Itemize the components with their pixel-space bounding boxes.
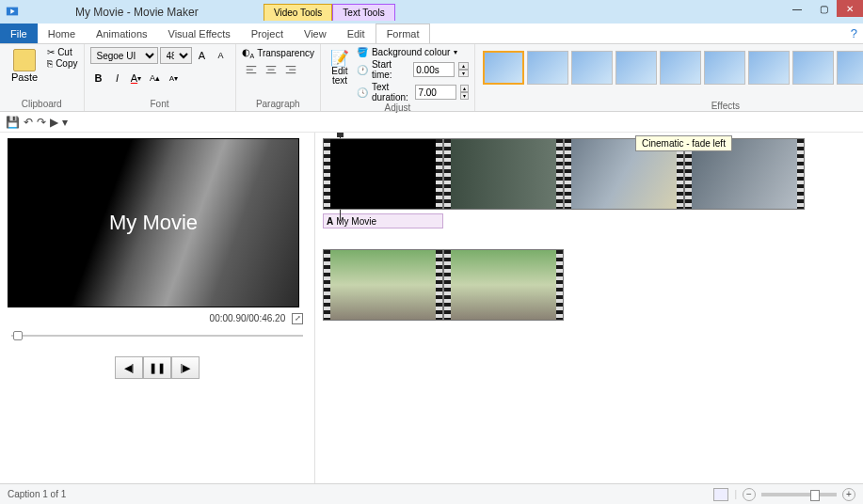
effects-group: ▴▾▿ A Outline size▾ A Outline colour▾ Ef… [475, 44, 863, 111]
effects-gallery: ▴▾▿ [481, 47, 863, 88]
home-tab[interactable]: Home [38, 24, 86, 43]
edit-tab[interactable]: Edit [337, 24, 376, 43]
previous-frame-button[interactable]: ◀| [115, 356, 143, 379]
start-time-spinner[interactable]: ▴▾ [458, 62, 469, 77]
timeline-row-2 [323, 249, 855, 321]
edit-text-icon: 📝 [330, 49, 349, 67]
cut-label: Cut [57, 47, 72, 57]
shrink-font-button[interactable]: A [213, 47, 230, 64]
status-caption: Caption 1 of 1 [8, 489, 66, 499]
project-tab[interactable]: Project [241, 24, 294, 43]
timeline-clip[interactable] [443, 138, 564, 210]
save-icon[interactable]: 💾 [6, 116, 20, 129]
effect-item-5[interactable] [660, 51, 701, 85]
decrease-font-button[interactable]: A▾ [166, 70, 183, 87]
timecode-display: 00:00.90/00:46.20 ⤢ [11, 313, 303, 324]
effect-tooltip: Cinematic - fade left [635, 135, 732, 151]
font-family-select[interactable]: Segoe UI [90, 47, 158, 64]
help-icon[interactable]: ? [851, 26, 857, 40]
font-size-select[interactable]: 48 [160, 47, 192, 64]
start-time-input[interactable] [413, 62, 455, 77]
play-pause-button[interactable]: ❚❚ [143, 356, 171, 379]
zoom-slider[interactable] [761, 493, 837, 496]
ribbon-tabs: File Home Animations Visual Effects Proj… [0, 24, 863, 44]
preview-pane: My Movie 00:00.90/00:46.20 ⤢ ◀| ❚❚ |▶ [0, 133, 315, 484]
edit-text-label: Edit text [331, 67, 347, 86]
minimize-button[interactable]: — [784, 0, 810, 17]
clock-icon: 🕐 [357, 65, 368, 75]
bold-button[interactable]: B [90, 70, 107, 87]
timeline-clip[interactable] [323, 249, 443, 321]
effect-item-7[interactable] [748, 51, 790, 85]
app-icon [6, 5, 19, 20]
chevron-down-icon: ▾ [454, 48, 457, 56]
timeline-row-1: Cinematic - fade left [323, 138, 855, 210]
animations-tab[interactable]: Animations [86, 24, 157, 43]
zoom-out-button[interactable]: − [743, 488, 756, 501]
timeline-clip[interactable] [443, 249, 564, 321]
effect-item-1[interactable] [483, 51, 524, 85]
thumbnail-view-icon[interactable] [713, 488, 728, 501]
qat-customize-icon[interactable]: ▾ [62, 116, 68, 129]
effect-item-8[interactable] [792, 51, 834, 85]
status-bar: Caption 1 of 1 | − + [0, 483, 863, 504]
align-center-button[interactable] [262, 61, 280, 80]
zoom-in-button[interactable]: + [842, 488, 855, 501]
align-right-button[interactable] [281, 61, 300, 80]
preview-title-text: My Movie [109, 211, 198, 235]
file-tab[interactable]: File [0, 24, 38, 43]
background-colour-button[interactable]: 🪣 Background colour ▾ [357, 47, 469, 57]
grow-font-button[interactable]: A [194, 47, 211, 64]
bg-colour-label: Background colour [372, 47, 450, 57]
paste-button[interactable]: Paste [6, 47, 43, 85]
format-tab[interactable]: Format [376, 24, 431, 43]
caption-track-item[interactable]: A My Movie [323, 213, 443, 228]
transport-controls: ◀| ❚❚ |▶ [8, 356, 307, 379]
visual-effects-tab[interactable]: Visual Effects [158, 24, 241, 43]
adjust-group-label: Adjust [327, 102, 469, 113]
scrubber-thumb[interactable] [13, 331, 23, 340]
preview-icon[interactable]: ▶ [50, 116, 58, 129]
effect-item-4[interactable] [615, 51, 657, 85]
title-bar: My Movie - Movie Maker Video Tools Text … [0, 0, 863, 24]
align-left-button[interactable] [242, 61, 261, 80]
next-frame-button[interactable]: |▶ [171, 356, 200, 379]
workspace: My Movie 00:00.90/00:46.20 ⤢ ◀| ❚❚ |▶ Ci… [0, 133, 863, 484]
font-color-button[interactable]: A▾ [128, 70, 145, 87]
font-group: Segoe UI 48 A A B I A▾ A▴ A▾ Font [85, 44, 236, 111]
paragraph-group: ◐A Transparency Paragraph [236, 44, 321, 111]
effect-item-9[interactable] [837, 51, 863, 85]
effect-item-6[interactable] [704, 51, 745, 85]
increase-font-button[interactable]: A▴ [147, 70, 164, 87]
close-button[interactable]: ✕ [837, 0, 863, 17]
quick-access-toolbar [6, 5, 19, 20]
start-time-label: Start time: [372, 59, 409, 80]
edit-text-button[interactable]: 📝 Edit text [327, 47, 353, 87]
effect-item-2[interactable] [527, 51, 568, 85]
cut-button[interactable]: ✂ Cut [47, 47, 77, 57]
view-tab[interactable]: View [294, 24, 337, 43]
preview-scrubber[interactable] [11, 328, 303, 343]
paste-label: Paste [11, 71, 38, 83]
scissors-icon: ✂ [47, 47, 55, 57]
zoom-controls: | − + [713, 488, 855, 501]
fullscreen-icon[interactable]: ⤢ [292, 313, 303, 324]
window-controls: — ▢ ✕ [784, 0, 863, 17]
maximize-button[interactable]: ▢ [810, 0, 837, 17]
effect-item-3[interactable] [571, 51, 613, 85]
quick-access-bar: 💾 ↶ ↷ ▶ ▾ [0, 112, 863, 133]
font-group-label: Font [90, 99, 230, 109]
contextual-tabs: Video Tools Text Tools [264, 4, 395, 21]
timeline-clip[interactable] [323, 138, 443, 210]
paint-bucket-icon: 🪣 [357, 47, 368, 57]
copy-icon: ⎘ [47, 58, 53, 69]
effects-group-label: Effects [481, 101, 863, 111]
text-duration-spinner[interactable]: ▴▾ [460, 85, 468, 100]
timeline-pane: Cinematic - fade left A My Movie [315, 133, 863, 484]
text-duration-input[interactable] [415, 85, 456, 100]
copy-button[interactable]: ⎘ Copy [47, 58, 77, 69]
italic-button[interactable]: I [109, 70, 126, 87]
redo-icon[interactable]: ↷ [37, 116, 46, 129]
transparency-button[interactable]: ◐A Transparency [242, 47, 314, 59]
undo-icon[interactable]: ↶ [24, 116, 33, 129]
